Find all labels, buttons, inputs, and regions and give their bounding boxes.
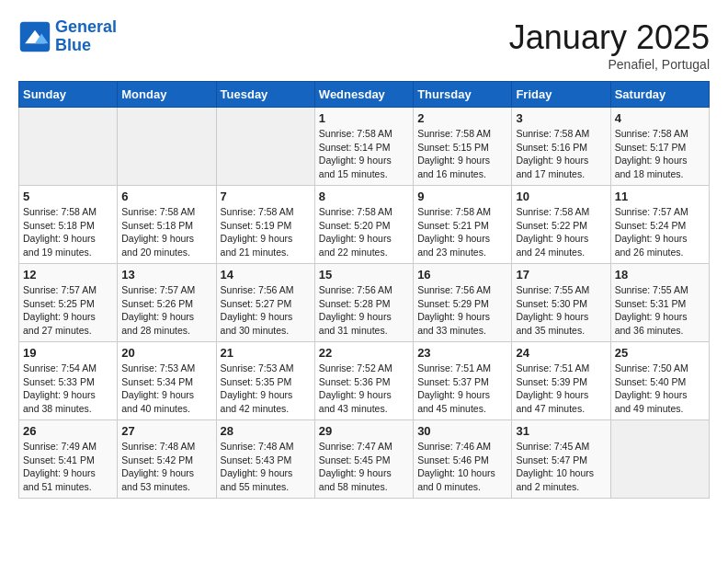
day-detail: Sunrise: 7:52 AM Sunset: 5:36 PM Dayligh… [319,362,409,416]
day-detail: Sunrise: 7:58 AM Sunset: 5:22 PM Dayligh… [516,205,606,259]
day-detail: Sunrise: 7:57 AM Sunset: 5:26 PM Dayligh… [121,283,211,338]
calendar-cell: 8Sunrise: 7:58 AM Sunset: 5:20 PM Daylig… [314,186,413,264]
calendar-cell: 23Sunrise: 7:51 AM Sunset: 5:37 PM Dayli… [414,342,512,420]
calendar-cell: 25Sunrise: 7:50 AM Sunset: 5:40 PM Dayli… [610,342,709,420]
calendar-cell: 11Sunrise: 7:57 AM Sunset: 5:24 PM Dayli… [610,186,709,264]
day-detail: Sunrise: 7:54 AM Sunset: 5:33 PM Dayligh… [23,362,113,416]
day-number: 2 [417,111,507,125]
calendar-week-row: 12Sunrise: 7:57 AM Sunset: 5:25 PM Dayli… [19,264,710,342]
day-number: 4 [615,111,705,125]
calendar-cell: 5Sunrise: 7:58 AM Sunset: 5:18 PM Daylig… [19,186,118,264]
calendar-cell: 16Sunrise: 7:56 AM Sunset: 5:29 PM Dayli… [414,264,512,342]
day-number: 10 [516,190,606,203]
day-detail: Sunrise: 7:46 AM Sunset: 5:46 PM Dayligh… [417,440,507,494]
calendar-cell: 4Sunrise: 7:58 AM Sunset: 5:17 PM Daylig… [610,108,709,186]
day-detail: Sunrise: 7:56 AM Sunset: 5:29 PM Dayligh… [417,283,507,338]
calendar-cell [19,108,118,186]
page-header: General Blue January 2025 Penafiel, Port… [18,18,710,72]
day-detail: Sunrise: 7:57 AM Sunset: 5:24 PM Dayligh… [615,205,705,259]
calendar-cell: 18Sunrise: 7:55 AM Sunset: 5:31 PM Dayli… [610,264,709,342]
calendar-cell: 13Sunrise: 7:57 AM Sunset: 5:26 PM Dayli… [118,264,216,342]
day-number: 19 [23,346,113,360]
calendar-cell: 17Sunrise: 7:55 AM Sunset: 5:30 PM Dayli… [512,264,610,342]
day-detail: Sunrise: 7:58 AM Sunset: 5:18 PM Dayligh… [23,205,113,259]
calendar-cell: 31Sunrise: 7:45 AM Sunset: 5:47 PM Dayli… [512,420,610,499]
day-number: 5 [23,190,113,203]
day-detail: Sunrise: 7:50 AM Sunset: 5:40 PM Dayligh… [615,362,705,416]
weekday-label: Monday [118,82,216,108]
calendar-cell: 24Sunrise: 7:51 AM Sunset: 5:39 PM Dayli… [512,342,610,420]
day-number: 28 [221,424,311,438]
logo-icon [18,20,51,53]
day-number: 31 [516,424,606,438]
calendar-cell: 2Sunrise: 7:58 AM Sunset: 5:15 PM Daylig… [414,108,512,186]
calendar-cell: 1Sunrise: 7:58 AM Sunset: 5:14 PM Daylig… [314,108,413,186]
day-number: 3 [516,111,606,125]
calendar-cell: 3Sunrise: 7:58 AM Sunset: 5:16 PM Daylig… [512,108,610,186]
day-number: 30 [417,424,507,438]
day-detail: Sunrise: 7:56 AM Sunset: 5:28 PM Dayligh… [319,283,409,338]
day-detail: Sunrise: 7:58 AM Sunset: 5:20 PM Dayligh… [319,205,409,259]
weekday-label: Sunday [19,82,118,108]
weekday-label: Wednesday [314,82,413,108]
day-number: 16 [417,268,507,282]
calendar-cell: 28Sunrise: 7:48 AM Sunset: 5:43 PM Dayli… [216,420,314,499]
day-detail: Sunrise: 7:55 AM Sunset: 5:31 PM Dayligh… [615,283,705,338]
day-detail: Sunrise: 7:56 AM Sunset: 5:27 PM Dayligh… [221,283,311,338]
day-detail: Sunrise: 7:53 AM Sunset: 5:35 PM Dayligh… [221,362,311,416]
day-number: 26 [23,424,113,438]
day-detail: Sunrise: 7:51 AM Sunset: 5:37 PM Dayligh… [417,362,507,416]
weekday-label: Tuesday [216,82,314,108]
day-detail: Sunrise: 7:45 AM Sunset: 5:47 PM Dayligh… [516,440,606,494]
calendar-title: January 2025 [509,18,710,57]
calendar-cell: 14Sunrise: 7:56 AM Sunset: 5:27 PM Dayli… [216,264,314,342]
calendar-cell: 15Sunrise: 7:56 AM Sunset: 5:28 PM Dayli… [314,264,413,342]
day-number: 12 [23,268,113,282]
day-detail: Sunrise: 7:51 AM Sunset: 5:39 PM Dayligh… [516,362,606,416]
weekday-label: Saturday [610,82,709,108]
day-number: 8 [319,190,409,203]
calendar-week-row: 5Sunrise: 7:58 AM Sunset: 5:18 PM Daylig… [19,186,710,264]
calendar-cell: 12Sunrise: 7:57 AM Sunset: 5:25 PM Dayli… [19,264,118,342]
day-detail: Sunrise: 7:48 AM Sunset: 5:42 PM Dayligh… [121,440,211,494]
day-detail: Sunrise: 7:57 AM Sunset: 5:25 PM Dayligh… [23,283,113,338]
calendar-subtitle: Penafiel, Portugal [509,57,710,72]
weekday-header-row: SundayMondayTuesdayWednesdayThursdayFrid… [19,82,710,108]
calendar-cell: 19Sunrise: 7:54 AM Sunset: 5:33 PM Dayli… [19,342,118,420]
day-number: 29 [319,424,409,438]
logo-line1: General [55,17,117,36]
day-number: 6 [121,190,211,203]
day-number: 23 [417,346,507,360]
day-number: 17 [516,268,606,282]
day-detail: Sunrise: 7:58 AM Sunset: 5:18 PM Dayligh… [121,205,211,259]
day-number: 9 [417,190,507,203]
title-block: January 2025 Penafiel, Portugal [509,18,710,72]
day-number: 11 [615,190,705,203]
day-detail: Sunrise: 7:58 AM Sunset: 5:16 PM Dayligh… [516,127,606,181]
day-number: 13 [121,268,211,282]
day-detail: Sunrise: 7:48 AM Sunset: 5:43 PM Dayligh… [221,440,311,494]
day-detail: Sunrise: 7:58 AM Sunset: 5:19 PM Dayligh… [221,205,311,259]
day-detail: Sunrise: 7:58 AM Sunset: 5:21 PM Dayligh… [417,205,507,259]
day-number: 25 [615,346,705,360]
day-number: 27 [121,424,211,438]
day-number: 7 [221,190,311,203]
day-number: 15 [319,268,409,282]
calendar-cell: 7Sunrise: 7:58 AM Sunset: 5:19 PM Daylig… [216,186,314,264]
day-number: 1 [319,111,409,125]
day-number: 24 [516,346,606,360]
day-detail: Sunrise: 7:47 AM Sunset: 5:45 PM Dayligh… [319,440,409,494]
calendar-body: 1Sunrise: 7:58 AM Sunset: 5:14 PM Daylig… [19,108,710,499]
logo-line2: Blue [55,36,91,54]
calendar-header: SundayMondayTuesdayWednesdayThursdayFrid… [19,82,710,108]
calendar-cell [610,420,709,499]
weekday-label: Friday [512,82,610,108]
logo: General Blue [18,18,117,55]
weekday-label: Thursday [414,82,512,108]
calendar-cell: 20Sunrise: 7:53 AM Sunset: 5:34 PM Dayli… [118,342,216,420]
calendar-cell [216,108,314,186]
calendar-week-row: 26Sunrise: 7:49 AM Sunset: 5:41 PM Dayli… [19,420,710,499]
calendar-cell: 26Sunrise: 7:49 AM Sunset: 5:41 PM Dayli… [19,420,118,499]
calendar-week-row: 1Sunrise: 7:58 AM Sunset: 5:14 PM Daylig… [19,108,710,186]
day-detail: Sunrise: 7:49 AM Sunset: 5:41 PM Dayligh… [23,440,113,494]
